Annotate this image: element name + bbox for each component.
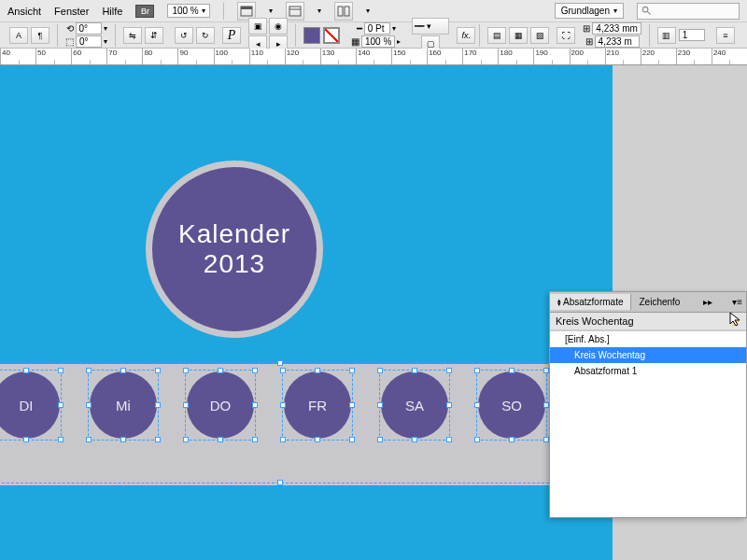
override-lightning-icon[interactable]: ⚡ [729,316,740,327]
day-cell-mi[interactable]: Mi [82,364,164,446]
width-input[interactable]: 4,233 mm [592,22,641,35]
paragraph-icon[interactable]: P [222,27,241,44]
select-content-icon[interactable]: ◉ [269,18,288,35]
ruler-tick: 220 [641,49,676,64]
ruler-tick: 200 [570,49,605,64]
day-cell-di[interactable]: DI [0,364,67,446]
search-input[interactable] [637,3,740,20]
wrap-shape-icon[interactable]: ▧ [530,27,549,44]
panel-menu-icon[interactable]: ▾≡ [728,297,746,307]
day-cell-sa[interactable]: SA [374,364,456,446]
ruler-tick: 60 [71,49,106,64]
panel-collapse-icon[interactable]: ▸▸ [699,297,716,307]
tab-zeichenformate[interactable]: Zeichenfo [631,294,687,310]
style-item-einf-abs[interactable]: [Einf. Abs.] [550,331,746,347]
flip-v-icon[interactable]: ⇵ [145,27,163,44]
select-container-icon[interactable]: ▣ [248,18,267,35]
ruler-tick: 70 [106,49,142,64]
title-circle[interactable]: Kalender 2013 [152,167,317,331]
zoom-value: 100 % [172,6,198,16]
svg-rect-4 [338,7,343,16]
tab-absatzformate[interactable]: ▴▾Absatzformate [550,294,631,310]
rotate-cw-icon[interactable]: ↻ [196,27,215,44]
stroke-swatch[interactable] [323,27,340,44]
style-list: [Einf. Abs.] Kreis Wochentag Absatzforma… [550,330,746,517]
ruler-tick: 150 [391,49,427,64]
columns-icon[interactable]: ▥ [657,27,676,44]
ruler-tick: 210 [605,49,641,64]
columns-input[interactable]: 1 [679,29,705,41]
rotate-ccw-icon[interactable]: ↺ [175,27,193,44]
day-circle: DO [187,371,254,439]
rotation-input[interactable]: 0° [76,22,102,35]
tint-input[interactable]: 100 % [361,35,395,48]
ruler-tick: 50 [35,49,71,64]
fill-swatch[interactable] [303,27,320,44]
day-label: SO [501,398,522,413]
style-item-kreis-wochentag[interactable]: Kreis Wochentag [550,347,746,363]
flip-h-icon[interactable]: ⇋ [123,27,142,44]
menubar: Ansicht Fenster Hilfe Br 100 % ▾ ▾ ▾ Gru… [0,0,747,22]
ruler-tick: 100 [214,49,249,64]
width-icon: ⊞ [583,23,590,34]
ruler-tick: 140 [356,49,391,64]
ruler-tick: 130 [320,49,356,64]
wrap-none-icon[interactable]: ▤ [487,27,506,44]
wrap-bbox-icon[interactable]: ▦ [509,27,528,44]
day-label: DO [210,398,232,413]
arrange-docs-icon[interactable] [334,2,353,21]
calendar-title-line1: Kalender [178,219,290,249]
svg-point-6 [642,7,648,12]
svg-rect-1 [241,7,252,9]
ruler-tick: 40 [0,49,35,64]
para-format-icon[interactable]: ¶ [31,27,49,44]
fx-icon[interactable]: fx. [457,27,475,44]
menu-view[interactable]: Ansicht [7,6,41,17]
day-cell-do[interactable]: DO [179,364,261,446]
char-format-icon[interactable]: A [9,27,28,44]
zoom-level[interactable]: 100 % [167,4,209,18]
horizontal-ruler[interactable]: 40 50 60 70 80 90 100 110 120 130 140 15… [0,49,747,65]
stroke-weight-icon: ━ [357,23,362,34]
day-cell-so[interactable]: SO [471,364,553,446]
frame-fit-icon[interactable]: ⛶ [557,27,575,44]
current-style-row: Kreis Wochentag ⚡ [550,313,746,330]
current-style-name: Kreis Wochentag [556,315,634,327]
shear-input[interactable]: 0° [76,35,102,48]
stroke-style-dropdown[interactable]: ━━ ▾ [412,18,449,35]
ruler-tick: 240 [712,49,747,64]
ruler-tick: 230 [676,49,712,64]
menu-window[interactable]: Fenster [54,6,89,17]
workspace-selector[interactable]: Grundlagen [555,3,624,19]
day-circle: SO [478,371,545,439]
align-icon[interactable]: ≡ [716,27,735,44]
paragraph-styles-panel[interactable]: ▴▾Absatzformate Zeichenfo ▸▸ ▾≡ Kreis Wo… [549,291,747,518]
day-label: SA [405,398,424,413]
stroke-weight-input[interactable]: 0 Pt [364,22,390,35]
menu-help[interactable]: Hilfe [102,6,122,17]
search-icon [641,6,652,16]
ruler-tick: 190 [533,49,569,64]
ruler-tick: 160 [427,49,462,64]
workspace-label: Grundlagen [561,6,610,16]
svg-rect-2 [289,7,301,16]
day-row: DI Mi DO FR [0,364,553,446]
ruler-tick: 180 [498,49,533,64]
control-panel: A ¶ ⟲0°▾ ⬚0°▾ ⇋ ⇵ ↺ ↻ P ▣◉ ◂▸ ━0 Pt▾ ▦10… [0,22,747,49]
day-label: FR [308,398,327,413]
day-cell-fr[interactable]: FR [276,364,359,446]
day-label: Mi [116,398,131,413]
rotate-icon: ⟲ [66,23,74,34]
page-background: Kalender 2013 DI Mi DO [0,65,613,560]
shear-icon: ⬚ [65,36,74,47]
day-circle: SA [381,371,448,439]
height-input[interactable]: 4,233 m [595,35,640,48]
bridge-icon[interactable]: Br [135,5,154,18]
style-item-absatzformat-1[interactable]: Absatzformat 1 [550,363,746,379]
ruler-tick: 120 [285,49,320,64]
ruler-tick: 110 [249,49,285,64]
panel-tabs: ▴▾Absatzformate Zeichenfo ▸▸ ▾≡ [550,292,746,313]
day-label: DI [20,398,34,413]
tab-label: Absatzformate [563,297,623,307]
ruler-tick: 90 [177,49,213,64]
